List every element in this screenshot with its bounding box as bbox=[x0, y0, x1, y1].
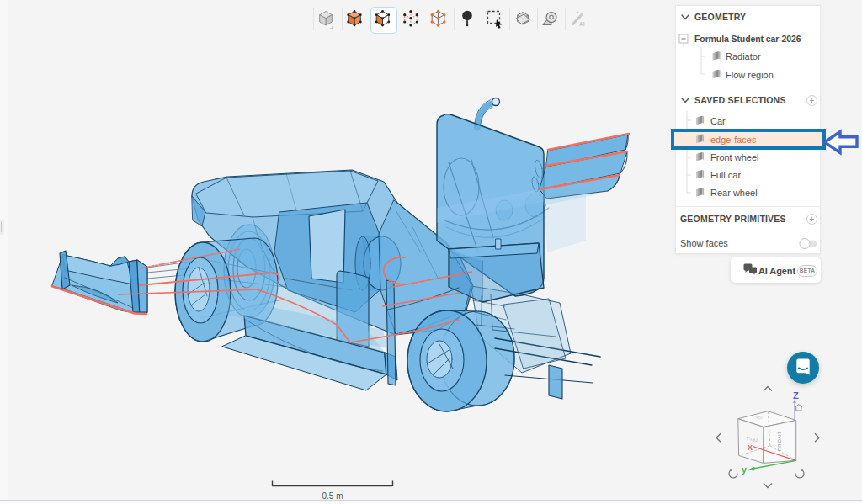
svg-text:X: X bbox=[748, 443, 753, 452]
svg-text:FRONT: FRONT bbox=[777, 431, 782, 451]
svg-text:Z: Z bbox=[793, 390, 799, 401]
svg-text:y: y bbox=[742, 464, 747, 475]
